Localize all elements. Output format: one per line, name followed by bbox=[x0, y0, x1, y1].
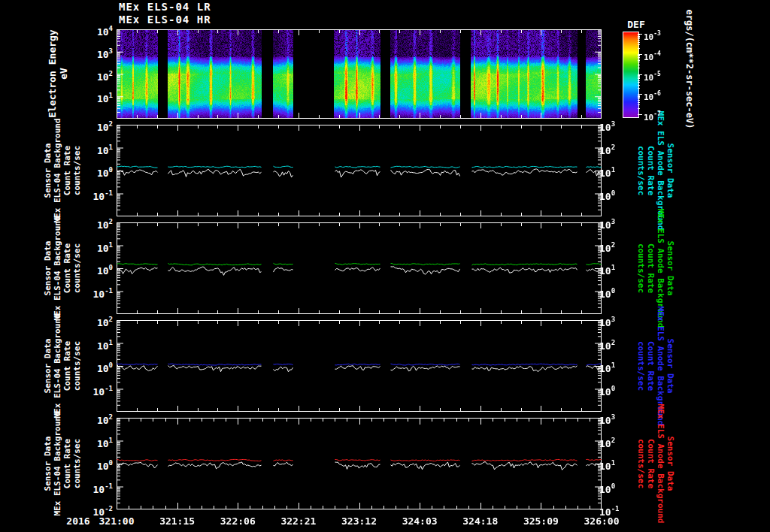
tick-label: 103 bbox=[599, 314, 643, 326]
tick-label: 102 bbox=[69, 314, 113, 326]
tick-label: 10-1 bbox=[69, 383, 113, 395]
colorbar-minor-tick bbox=[638, 44, 640, 45]
colorbar-minor-tick bbox=[638, 48, 640, 49]
tick-label: 102 bbox=[69, 119, 113, 131]
colorbar-minor-tick bbox=[638, 75, 640, 76]
colorbar-minor-tick bbox=[638, 36, 640, 37]
colorbar-title: DEF bbox=[620, 19, 653, 30]
tick-label: 101 bbox=[69, 337, 113, 349]
tick-label: 102 bbox=[599, 337, 643, 349]
tick-label: 100 bbox=[599, 286, 643, 298]
colorbar bbox=[623, 32, 639, 118]
tick-label: 102 bbox=[599, 142, 643, 154]
colorbar-minor-tick bbox=[638, 77, 640, 78]
colorbar-tick-label: 10-4 bbox=[644, 50, 687, 59]
colorbar-minor-tick bbox=[638, 38, 640, 39]
count-rate-canvas-2 bbox=[117, 222, 602, 314]
colorbar-minor-tick bbox=[638, 62, 640, 62]
colorbar-minor-tick bbox=[638, 68, 640, 68]
tick-label: 10-1 bbox=[69, 188, 113, 200]
tick-label: 10-2 bbox=[69, 503, 113, 515]
tick-label: 100 bbox=[599, 188, 643, 200]
tick-label: 102 bbox=[599, 240, 643, 252]
tick-label: 104 bbox=[69, 23, 113, 35]
count-rate-canvas-1 bbox=[117, 125, 602, 216]
colorbar-tick-label: 10-6 bbox=[644, 89, 687, 99]
tick-label: 100 bbox=[69, 458, 113, 470]
tick-label: 101 bbox=[69, 90, 113, 102]
tick-label: 100 bbox=[69, 262, 113, 274]
colorbar-minor-tick bbox=[638, 80, 640, 81]
colorbar-minor-tick bbox=[638, 42, 640, 43]
tick-label: 103 bbox=[599, 216, 643, 228]
tick-label: 101 bbox=[69, 142, 113, 154]
time-label: 323:12 bbox=[329, 515, 390, 527]
colorbar-minor-tick bbox=[638, 100, 640, 101]
tick-label: 103 bbox=[69, 46, 113, 58]
colorbar-minor-tick bbox=[638, 37, 640, 38]
tick-label: 101 bbox=[599, 165, 643, 177]
colorbar-minor-tick bbox=[638, 108, 640, 109]
colorbar-minor-tick bbox=[638, 82, 640, 83]
tick-label: 102 bbox=[69, 68, 113, 80]
plot-title-hr: MEx ELS-04 HR bbox=[119, 14, 211, 26]
tick-label: 102 bbox=[69, 412, 113, 424]
colorbar-minor-tick bbox=[638, 57, 640, 58]
colorbar-minor-tick bbox=[638, 60, 640, 61]
tick-label: 103 bbox=[599, 119, 643, 131]
plot-title-lr: MEx ELS-04 LR bbox=[119, 1, 211, 13]
tick-label: 101 bbox=[69, 240, 113, 252]
colorbar-minor-tick bbox=[638, 78, 640, 79]
count-rate-canvas-4 bbox=[117, 418, 602, 509]
tick-label: 101 bbox=[599, 262, 643, 274]
time-label: 321:15 bbox=[147, 515, 208, 527]
colorbar-minor-tick bbox=[638, 97, 640, 98]
time-label: 322:06 bbox=[208, 515, 268, 527]
tick-label: 10-1 bbox=[69, 286, 113, 298]
tick-label: 101 bbox=[69, 435, 113, 447]
colorbar-minor-tick bbox=[638, 40, 640, 41]
colorbar-tick bbox=[638, 114, 642, 115]
colorbar-minor-tick bbox=[638, 96, 640, 97]
tick-label: 100 bbox=[599, 481, 643, 493]
colorbar-minor-tick bbox=[638, 98, 640, 99]
colorbar-minor-tick bbox=[638, 104, 640, 105]
tick-label: 102 bbox=[69, 216, 113, 228]
colorbar-minor-tick bbox=[638, 85, 640, 86]
tick-label: 100 bbox=[69, 360, 113, 372]
tick-label: 10-1 bbox=[599, 503, 643, 515]
tick-label: 101 bbox=[599, 458, 643, 470]
colorbar-minor-tick bbox=[638, 56, 640, 56]
colorbar-minor-tick bbox=[638, 65, 640, 65]
time-label: 321:00 bbox=[86, 515, 147, 527]
page-root: MEx ELS-04 LR MEx ELS-04 HR Electron Ene… bbox=[0, 0, 770, 532]
time-label: 325:09 bbox=[511, 515, 571, 527]
colorbar-tick-label: 10-3 bbox=[644, 29, 687, 39]
colorbar-minor-tick bbox=[638, 35, 640, 35]
time-label: 324:03 bbox=[390, 515, 450, 527]
colorbar-tick-label: 10-7 bbox=[644, 110, 687, 119]
tick-label: 102 bbox=[599, 435, 643, 447]
colorbar-minor-tick bbox=[638, 102, 640, 103]
spectrogram-canvas bbox=[117, 29, 602, 119]
tick-label: 10-1 bbox=[69, 481, 113, 493]
time-label: 324:18 bbox=[450, 515, 511, 527]
time-label: 326:00 bbox=[571, 515, 632, 527]
colorbar-minor-tick bbox=[638, 88, 640, 89]
colorbar-minor-tick bbox=[638, 59, 640, 59]
count-rate-canvas-3 bbox=[117, 320, 602, 412]
tick-label: 103 bbox=[599, 412, 643, 424]
colorbar-minor-tick bbox=[638, 76, 640, 77]
tick-label: 101 bbox=[599, 360, 643, 372]
time-label: 322:21 bbox=[268, 515, 329, 527]
colorbar-tick-label: 10-5 bbox=[644, 70, 687, 80]
colorbar-minor-tick bbox=[638, 55, 640, 56]
tick-label: 100 bbox=[69, 165, 113, 177]
colorbar-minor-tick bbox=[638, 95, 640, 96]
tick-label: 100 bbox=[599, 383, 643, 395]
